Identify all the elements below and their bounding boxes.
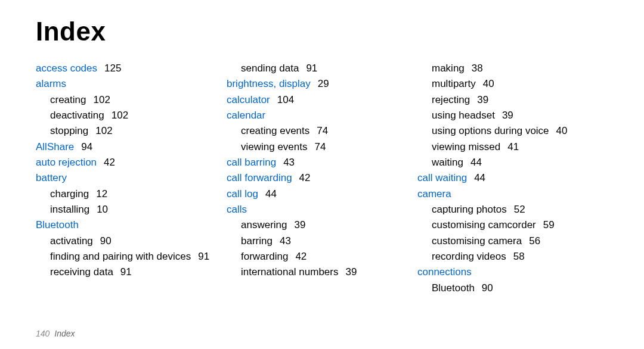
entry-page: 42 bbox=[299, 172, 311, 183]
entry-page: 43 bbox=[283, 157, 295, 168]
entry-page: 44 bbox=[265, 188, 277, 200]
entry-label: deactivating bbox=[50, 110, 104, 121]
entry-label: call forwarding bbox=[227, 172, 292, 183]
entry-label: barring bbox=[241, 235, 273, 247]
entry-label: Bluetooth bbox=[432, 282, 475, 294]
entry-page: 91 bbox=[306, 63, 317, 74]
entry-page: 125 bbox=[104, 63, 121, 74]
entry-label: multiparty bbox=[432, 78, 476, 89]
entry-page: 40 bbox=[556, 125, 568, 136]
index-subentry: capturing photos52 bbox=[417, 202, 596, 217]
entry-label: receiving data bbox=[50, 266, 113, 278]
entry-label: creating bbox=[50, 94, 86, 105]
entry-page: 52 bbox=[514, 204, 525, 215]
entry-page: 44 bbox=[470, 157, 482, 168]
entry-page: 102 bbox=[93, 94, 110, 105]
index-subentry: viewing events74 bbox=[227, 139, 405, 155]
entry-label: customising camcorder bbox=[432, 219, 536, 230]
entry-page: 104 bbox=[277, 94, 294, 105]
index-subentry: using options during voice40 bbox=[417, 123, 596, 139]
footer-section: Index bbox=[54, 329, 75, 338]
entry-label: stopping bbox=[50, 125, 88, 136]
entry-page: 39 bbox=[502, 110, 513, 121]
index-subentry: viewing missed41 bbox=[417, 139, 596, 155]
index-term: AllShare94 bbox=[36, 139, 215, 155]
entry-label: call waiting bbox=[417, 172, 467, 183]
entry-page: 74 bbox=[317, 125, 328, 136]
index-subentry: international numbers39 bbox=[227, 264, 405, 280]
index-subentry: stopping102 bbox=[36, 123, 215, 139]
entry-label: using headset bbox=[432, 110, 495, 121]
index-subentry: activating90 bbox=[36, 233, 215, 249]
entry-page: 58 bbox=[513, 251, 525, 262]
entry-page: 40 bbox=[483, 78, 494, 89]
index-subentry: customising camera56 bbox=[417, 233, 596, 249]
entry-page: 102 bbox=[112, 110, 128, 121]
index-subentry: receiving data91 bbox=[36, 264, 215, 280]
entry-page: 42 bbox=[295, 251, 306, 262]
entry-label: viewing events bbox=[241, 141, 308, 152]
entry-label: AllShare bbox=[36, 141, 74, 152]
index-term: camera bbox=[417, 186, 596, 202]
entry-page: 43 bbox=[280, 235, 291, 247]
entry-label: Bluetooth bbox=[36, 219, 79, 230]
index-subentry: using headset39 bbox=[417, 108, 596, 123]
index-term: call barring43 bbox=[227, 155, 405, 170]
entry-label: auto rejection bbox=[36, 157, 97, 168]
entry-label: activating bbox=[50, 235, 93, 247]
index-term: calls bbox=[227, 202, 405, 217]
entry-label: access codes bbox=[36, 63, 97, 74]
index-term: auto rejection42 bbox=[36, 155, 215, 170]
entry-page: 90 bbox=[482, 282, 493, 294]
index-subentry: answering39 bbox=[227, 217, 405, 233]
entry-label: call log bbox=[227, 188, 258, 200]
page-title: Index bbox=[36, 17, 608, 46]
entry-label: finding and pairing with devices bbox=[50, 251, 191, 262]
index-subentry: making38 bbox=[417, 61, 596, 76]
index-subentry: Bluetooth90 bbox=[417, 281, 596, 296]
index-subentry: multiparty40 bbox=[417, 76, 596, 92]
index-column-2: sending data91brightness, display29calcu… bbox=[227, 61, 417, 296]
index-column-1: access codes125alarmscreating102deactiva… bbox=[36, 61, 227, 296]
entry-label: rejecting bbox=[432, 94, 470, 105]
entry-label: answering bbox=[241, 219, 287, 230]
index-subentry: customising camcorder59 bbox=[417, 217, 596, 233]
entry-label: sending data bbox=[241, 63, 299, 74]
entry-page: 29 bbox=[318, 78, 329, 89]
entry-label: camera bbox=[417, 188, 451, 200]
entry-page: 12 bbox=[96, 188, 107, 200]
entry-label: creating events bbox=[241, 125, 309, 136]
entry-label: viewing missed bbox=[432, 141, 500, 152]
index-subentry: forwarding42 bbox=[227, 249, 405, 264]
entry-label: calculator bbox=[227, 94, 270, 105]
entry-label: brightness, display bbox=[227, 78, 311, 89]
index-term: access codes125 bbox=[36, 61, 215, 76]
entry-label: installing bbox=[50, 204, 89, 215]
page-number: 140 bbox=[36, 329, 49, 338]
entry-page: 39 bbox=[477, 94, 488, 105]
index-subentry: installing10 bbox=[36, 202, 215, 217]
page-footer: 140 Index bbox=[36, 329, 75, 338]
entry-page: 10 bbox=[97, 204, 108, 215]
index-term: calculator104 bbox=[227, 92, 405, 108]
entry-label: using options during voice bbox=[432, 125, 549, 136]
entry-label: customising camera bbox=[432, 235, 522, 247]
index-term: call forwarding42 bbox=[227, 170, 405, 186]
entry-page: 39 bbox=[295, 219, 306, 230]
index-subentry: creating events74 bbox=[227, 123, 405, 139]
index-term: connections bbox=[417, 264, 596, 280]
entry-label: calls bbox=[227, 204, 247, 215]
index-subentry: deactivating102 bbox=[36, 108, 215, 123]
index-term: call log44 bbox=[227, 186, 405, 202]
entry-label: capturing photos bbox=[432, 204, 507, 215]
index-term: brightness, display29 bbox=[227, 76, 405, 92]
entry-page: 91 bbox=[120, 266, 132, 278]
entry-label: making bbox=[432, 63, 465, 74]
index-subentry: barring43 bbox=[227, 233, 405, 249]
entry-page: 42 bbox=[104, 157, 115, 168]
index-subentry: rejecting39 bbox=[417, 92, 596, 108]
index-subentry: waiting44 bbox=[417, 155, 596, 170]
entry-page: 102 bbox=[95, 125, 112, 136]
entry-page: 94 bbox=[81, 141, 92, 152]
index-term: battery bbox=[36, 170, 215, 186]
